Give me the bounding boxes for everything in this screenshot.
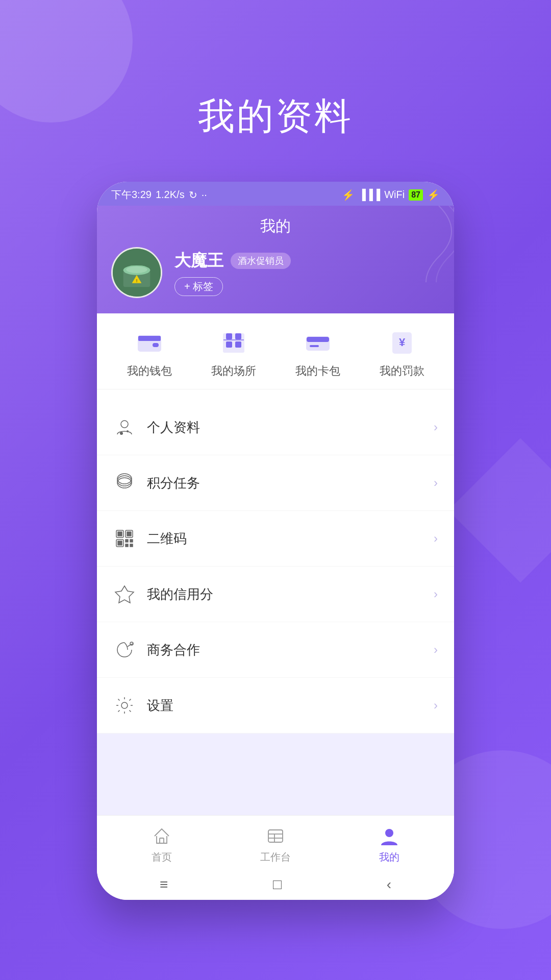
credit-icon — [113, 583, 136, 605]
svg-text:!: ! — [136, 278, 138, 283]
system-nav: ≡ □ ‹ — [97, 869, 454, 900]
nav-item-mine[interactable]: 我的 — [378, 825, 400, 864]
quick-action-card[interactable]: 我的卡包 — [295, 329, 340, 379]
settings-menu-label: 设置 — [147, 697, 422, 715]
qrcode-icon — [113, 527, 136, 550]
wallet-label: 我的钱包 — [127, 363, 172, 379]
venue-icon — [217, 329, 250, 357]
svg-rect-11 — [227, 334, 232, 339]
svg-rect-35 — [126, 544, 128, 547]
wifi-icon: WiFi — [384, 189, 405, 201]
menu-item-points[interactable]: 积分任务 › — [97, 455, 454, 511]
fine-label: 我的罚款 — [380, 363, 424, 379]
status-left: 下午3:29 1.2K/s ↻ ·· — [111, 188, 207, 202]
menu-item-qrcode[interactable]: 二维码 › — [97, 511, 454, 567]
profile-menu-label: 个人资料 — [147, 419, 422, 436]
svg-point-22 — [120, 432, 123, 435]
status-network: 1.2K/s — [156, 189, 185, 201]
points-menu-label: 积分任务 — [147, 474, 422, 492]
status-right: ⚡ ▐▐▐ WiFi 87 ⚡ — [342, 189, 440, 201]
settings-arrow: › — [434, 698, 438, 713]
signal-icon: ▐▐▐ — [359, 189, 381, 201]
mine-nav-label: 我的 — [379, 850, 399, 864]
workbench-nav-label: 工作台 — [260, 850, 291, 864]
bluetooth-icon: ⚡ — [342, 189, 355, 201]
svg-rect-33 — [126, 540, 128, 542]
svg-text:¥: ¥ — [398, 336, 405, 349]
svg-rect-34 — [130, 540, 133, 542]
business-icon — [113, 639, 136, 661]
bottom-nav: 首页 工作台 我的 — [97, 815, 454, 869]
mine-nav-icon — [378, 825, 400, 847]
quick-actions: 我的钱包 我的场所 — [97, 313, 454, 389]
card-label: 我的卡包 — [295, 363, 340, 379]
svg-rect-14 — [236, 342, 241, 347]
system-back-button[interactable]: ‹ — [387, 876, 391, 893]
svg-rect-28 — [118, 532, 122, 536]
qrcode-arrow: › — [434, 531, 438, 546]
svg-point-4 — [126, 266, 147, 273]
bg-decoration-middle — [448, 438, 551, 583]
page-title: 我的资料 — [198, 92, 353, 141]
system-menu-button[interactable]: ≡ — [160, 876, 168, 893]
svg-rect-40 — [268, 830, 283, 842]
system-home-button[interactable]: □ — [273, 876, 282, 893]
status-refresh-icon: ↻ — [189, 189, 197, 201]
svg-point-37 — [130, 642, 133, 645]
fine-icon: ¥ — [386, 329, 418, 357]
svg-rect-13 — [227, 342, 232, 347]
svg-rect-12 — [236, 334, 241, 339]
tag-button[interactable]: + 标签 — [174, 277, 223, 296]
bottom-area — [97, 733, 454, 815]
svg-rect-32 — [118, 541, 122, 545]
business-menu-label: 商务合作 — [147, 641, 422, 659]
menu-item-settings[interactable]: 设置 › — [97, 678, 454, 733]
wallet-icon — [133, 329, 166, 357]
nav-item-workbench[interactable]: 工作台 — [260, 825, 291, 864]
svg-rect-8 — [138, 336, 161, 341]
points-arrow: › — [434, 476, 438, 490]
svg-point-25 — [117, 476, 132, 486]
quick-action-wallet[interactable]: 我的钱包 — [127, 329, 172, 379]
svg-rect-9 — [153, 343, 159, 347]
profile-name: 大魔王 — [174, 250, 223, 272]
quick-action-venue[interactable]: 我的场所 — [211, 329, 256, 379]
role-badge: 酒水促销员 — [231, 253, 291, 269]
profile-icon — [113, 416, 136, 438]
avatar-image: ! — [113, 249, 161, 297]
svg-rect-39 — [160, 838, 164, 843]
menu-list: 个人资料 › 积分任务 › — [97, 400, 454, 733]
svg-rect-17 — [307, 337, 329, 342]
menu-item-business[interactable]: 商务合作 › — [97, 622, 454, 678]
profile-info: 大魔王 酒水促销员 + 标签 — [174, 250, 291, 296]
svg-rect-18 — [310, 345, 319, 347]
points-icon — [113, 472, 136, 494]
svg-rect-30 — [127, 532, 131, 536]
profile-name-row: 大魔王 酒水促销员 — [174, 250, 291, 272]
header-section: 我的 ! — [97, 206, 454, 313]
bg-decoration-circle — [0, 0, 133, 122]
venue-label: 我的场所 — [211, 363, 256, 379]
menu-item-profile[interactable]: 个人资料 › — [97, 400, 454, 455]
workbench-nav-icon — [264, 825, 287, 847]
qrcode-menu-label: 二维码 — [147, 530, 422, 548]
svg-point-44 — [385, 829, 393, 837]
nav-item-home[interactable]: 首页 — [151, 825, 173, 864]
settings-icon — [113, 694, 136, 717]
profile-row: ! 大魔王 酒水促销员 + 标签 — [111, 247, 440, 298]
home-nav-label: 首页 — [152, 850, 172, 864]
credit-menu-label: 我的信用分 — [147, 585, 422, 603]
avatar[interactable]: ! — [111, 247, 162, 298]
header-nav-title: 我的 — [111, 216, 440, 237]
quick-action-fine[interactable]: ¥ 我的罚款 — [380, 329, 424, 379]
svg-point-23 — [127, 430, 129, 432]
status-time: 下午3:29 — [111, 188, 152, 202]
status-dots: ·· — [202, 189, 207, 201]
credit-arrow: › — [434, 587, 438, 601]
svg-point-21 — [121, 421, 128, 428]
battery-badge: 87 — [409, 189, 423, 201]
status-bar: 下午3:29 1.2K/s ↻ ·· ⚡ ▐▐▐ WiFi 87 ⚡ — [97, 182, 454, 206]
business-arrow: › — [434, 643, 438, 657]
phone-mockup: 下午3:29 1.2K/s ↻ ·· ⚡ ▐▐▐ WiFi 87 ⚡ 我的 — [97, 182, 454, 900]
menu-item-credit[interactable]: 我的信用分 › — [97, 567, 454, 622]
